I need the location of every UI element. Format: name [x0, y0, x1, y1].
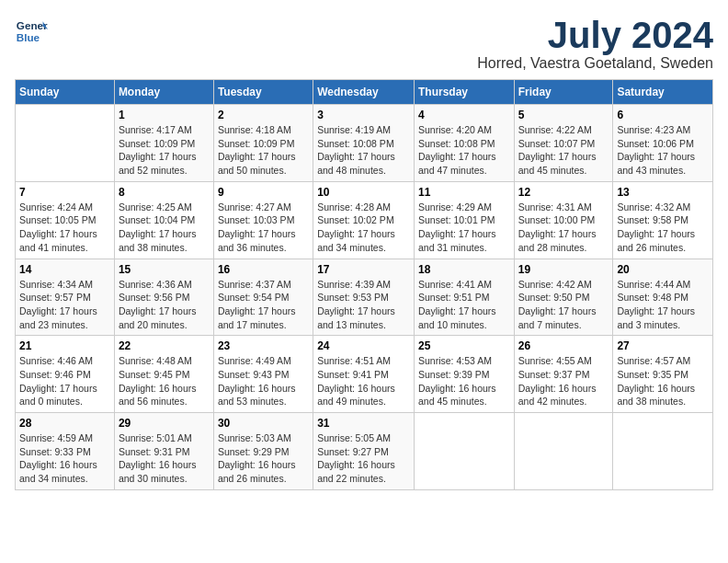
day-info: Sunrise: 4:23 AM Sunset: 10:06 PM Daylig… [617, 123, 709, 178]
day-number: 26 [518, 339, 609, 352]
day-number: 3 [317, 109, 410, 121]
day-cell [16, 105, 115, 182]
day-info: Sunrise: 4:19 AM Sunset: 10:08 PM Daylig… [317, 123, 410, 178]
day-number: 14 [19, 263, 110, 276]
day-number: 10 [317, 186, 410, 199]
title-area: July 2024 Horred, Vaestra Goetaland, Swe… [477, 15, 713, 72]
day-cell: 23Sunrise: 4:49 AM Sunset: 9:43 PM Dayli… [213, 336, 313, 413]
day-cell: 21Sunrise: 4:46 AM Sunset: 9:46 PM Dayli… [16, 336, 115, 413]
col-header-thursday: Thursday [414, 80, 514, 105]
calendar-table: SundayMondayTuesdayWednesdayThursdayFrid… [15, 79, 713, 490]
month-title: July 2024 [477, 15, 713, 55]
day-number: 22 [119, 339, 210, 352]
week-row-3: 14Sunrise: 4:34 AM Sunset: 9:57 PM Dayli… [16, 259, 713, 336]
svg-text:Blue: Blue [17, 31, 40, 43]
day-cell: 27Sunrise: 4:57 AM Sunset: 9:35 PM Dayli… [613, 336, 713, 413]
day-cell: 22Sunrise: 4:48 AM Sunset: 9:45 PM Dayli… [114, 336, 213, 413]
day-number: 2 [218, 109, 309, 121]
day-cell: 12Sunrise: 4:31 AM Sunset: 10:00 PM Dayl… [514, 181, 613, 259]
day-number: 18 [418, 263, 510, 276]
day-cell [414, 413, 514, 490]
day-cell: 14Sunrise: 4:34 AM Sunset: 9:57 PM Dayli… [16, 259, 115, 336]
day-info: Sunrise: 4:37 AM Sunset: 9:54 PM Dayligh… [218, 278, 309, 332]
day-cell [514, 413, 613, 490]
day-info: Sunrise: 4:31 AM Sunset: 10:00 PM Daylig… [518, 201, 609, 255]
day-number: 12 [518, 186, 609, 199]
day-number: 7 [19, 186, 110, 199]
day-cell: 30Sunrise: 5:03 AM Sunset: 9:29 PM Dayli… [213, 413, 313, 490]
day-number: 5 [518, 109, 609, 121]
col-header-sunday: Sunday [16, 80, 115, 105]
day-cell: 24Sunrise: 4:51 AM Sunset: 9:41 PM Dayli… [313, 336, 415, 413]
day-cell: 8Sunrise: 4:25 AM Sunset: 10:04 PM Dayli… [114, 181, 213, 259]
day-info: Sunrise: 4:25 AM Sunset: 10:04 PM Daylig… [119, 201, 210, 255]
day-info: Sunrise: 4:46 AM Sunset: 9:46 PM Dayligh… [19, 354, 110, 408]
day-cell: 6Sunrise: 4:23 AM Sunset: 10:06 PM Dayli… [613, 105, 713, 182]
day-info: Sunrise: 5:01 AM Sunset: 9:31 PM Dayligh… [119, 431, 210, 486]
day-cell: 4Sunrise: 4:20 AM Sunset: 10:08 PM Dayli… [414, 105, 514, 182]
day-number: 17 [317, 263, 410, 276]
day-info: Sunrise: 4:42 AM Sunset: 9:50 PM Dayligh… [518, 278, 609, 332]
col-header-tuesday: Tuesday [213, 80, 313, 105]
day-cell: 2Sunrise: 4:18 AM Sunset: 10:09 PM Dayli… [213, 105, 313, 182]
day-number: 27 [617, 339, 709, 352]
day-number: 19 [518, 263, 609, 276]
day-number: 29 [119, 417, 210, 430]
day-info: Sunrise: 4:24 AM Sunset: 10:05 PM Daylig… [19, 201, 110, 255]
day-number: 15 [119, 263, 210, 276]
col-header-saturday: Saturday [613, 80, 713, 105]
day-cell: 5Sunrise: 4:22 AM Sunset: 10:07 PM Dayli… [514, 105, 613, 182]
day-number: 1 [119, 109, 210, 121]
day-number: 13 [617, 186, 709, 199]
day-info: Sunrise: 4:57 AM Sunset: 9:35 PM Dayligh… [617, 354, 709, 408]
day-cell: 9Sunrise: 4:27 AM Sunset: 10:03 PM Dayli… [213, 181, 313, 259]
day-info: Sunrise: 4:17 AM Sunset: 10:09 PM Daylig… [119, 123, 210, 178]
col-header-friday: Friday [514, 80, 613, 105]
col-header-wednesday: Wednesday [313, 80, 415, 105]
day-cell [613, 413, 713, 490]
day-info: Sunrise: 5:05 AM Sunset: 9:27 PM Dayligh… [317, 431, 410, 486]
day-number: 24 [317, 339, 410, 352]
day-cell: 1Sunrise: 4:17 AM Sunset: 10:09 PM Dayli… [114, 105, 213, 182]
day-info: Sunrise: 4:41 AM Sunset: 9:51 PM Dayligh… [418, 278, 510, 332]
day-cell: 31Sunrise: 5:05 AM Sunset: 9:27 PM Dayli… [313, 413, 415, 490]
day-cell: 20Sunrise: 4:44 AM Sunset: 9:48 PM Dayli… [613, 259, 713, 336]
day-number: 23 [218, 339, 309, 352]
day-cell: 15Sunrise: 4:36 AM Sunset: 9:56 PM Dayli… [114, 259, 213, 336]
day-info: Sunrise: 4:18 AM Sunset: 10:09 PM Daylig… [218, 123, 309, 178]
day-number: 28 [19, 417, 110, 430]
day-info: Sunrise: 4:28 AM Sunset: 10:02 PM Daylig… [317, 201, 410, 255]
day-cell: 28Sunrise: 4:59 AM Sunset: 9:33 PM Dayli… [16, 413, 115, 490]
day-number: 31 [317, 417, 410, 430]
day-number: 8 [119, 186, 210, 199]
col-header-monday: Monday [114, 80, 213, 105]
day-number: 6 [617, 109, 709, 121]
day-number: 11 [418, 186, 510, 199]
day-info: Sunrise: 4:59 AM Sunset: 9:33 PM Dayligh… [19, 431, 110, 486]
day-info: Sunrise: 4:44 AM Sunset: 9:48 PM Dayligh… [617, 278, 709, 332]
week-row-1: 1Sunrise: 4:17 AM Sunset: 10:09 PM Dayli… [16, 105, 713, 182]
day-info: Sunrise: 4:29 AM Sunset: 10:01 PM Daylig… [418, 201, 510, 255]
day-number: 4 [418, 109, 510, 121]
day-cell: 11Sunrise: 4:29 AM Sunset: 10:01 PM Dayl… [414, 181, 514, 259]
day-cell: 10Sunrise: 4:28 AM Sunset: 10:02 PM Dayl… [313, 181, 415, 259]
day-info: Sunrise: 4:27 AM Sunset: 10:03 PM Daylig… [218, 201, 309, 255]
day-number: 16 [218, 263, 309, 276]
day-cell: 18Sunrise: 4:41 AM Sunset: 9:51 PM Dayli… [414, 259, 514, 336]
day-cell: 26Sunrise: 4:55 AM Sunset: 9:37 PM Dayli… [514, 336, 613, 413]
day-info: Sunrise: 4:53 AM Sunset: 9:39 PM Dayligh… [418, 354, 510, 408]
day-number: 30 [218, 417, 309, 430]
day-cell: 19Sunrise: 4:42 AM Sunset: 9:50 PM Dayli… [514, 259, 613, 336]
day-info: Sunrise: 4:55 AM Sunset: 9:37 PM Dayligh… [518, 354, 609, 408]
day-info: Sunrise: 4:49 AM Sunset: 9:43 PM Dayligh… [218, 354, 309, 408]
day-number: 25 [418, 339, 510, 352]
day-cell: 7Sunrise: 4:24 AM Sunset: 10:05 PM Dayli… [16, 181, 115, 259]
week-row-4: 21Sunrise: 4:46 AM Sunset: 9:46 PM Dayli… [16, 336, 713, 413]
week-row-2: 7Sunrise: 4:24 AM Sunset: 10:05 PM Dayli… [16, 181, 713, 259]
day-info: Sunrise: 4:36 AM Sunset: 9:56 PM Dayligh… [119, 278, 210, 332]
day-cell: 13Sunrise: 4:32 AM Sunset: 9:58 PM Dayli… [613, 181, 713, 259]
day-info: Sunrise: 5:03 AM Sunset: 9:29 PM Dayligh… [218, 431, 309, 486]
location-title: Horred, Vaestra Goetaland, Sweden [477, 55, 713, 72]
day-cell: 25Sunrise: 4:53 AM Sunset: 9:39 PM Dayli… [414, 336, 514, 413]
day-info: Sunrise: 4:39 AM Sunset: 9:53 PM Dayligh… [317, 278, 410, 332]
